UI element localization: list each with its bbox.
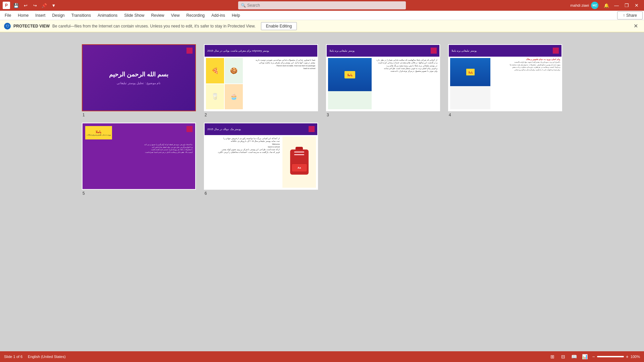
- menu-bar: File Home Insert Design Transitions Anim…: [0, 11, 644, 20]
- customize-quick-access-button[interactable]: ▼: [50, 1, 58, 9]
- slide-number-5: 5: [82, 191, 85, 196]
- status-bar: Slide 1 of 6 English (United States) ⊞ ⊟…: [0, 351, 644, 362]
- menu-home[interactable]: Home: [14, 12, 32, 19]
- slide-4-corner-mark: [553, 48, 559, 54]
- slide-thumbnail-3[interactable]: پوستر تبلیغاتی برند یاملا یاملا: [326, 44, 440, 111]
- pamla-logo-text: یاملا: [87, 130, 111, 134]
- reading-view-button[interactable]: 📖: [570, 353, 578, 361]
- slide-3-header-text: پوستر تبلیغاتی برند یاملا: [329, 49, 355, 52]
- menu-animations[interactable]: Animations: [94, 12, 121, 19]
- presenter-view-button[interactable]: 📊: [581, 353, 589, 361]
- pamla-logo-box: یاملا ورود به دنیای طعوس‌صریح و شکلات: [85, 126, 112, 139]
- slide-4-billboard: یاملا: [450, 58, 490, 86]
- zoom-slider[interactable]: [597, 356, 624, 357]
- search-input[interactable]: [247, 3, 403, 8]
- slide-item-3[interactable]: پوستر تبلیغاتی برند یاملا یاملا: [326, 44, 440, 117]
- pamla-logo-subtitle: ورود به دنیای طعوس‌صریح و شکلات: [87, 134, 111, 136]
- slide-sorter-button[interactable]: ⊟: [559, 353, 567, 361]
- slide-2-header-text: پوستر odyssey برای معرفی ماشت یونانی در …: [207, 49, 269, 52]
- title-bar: P 💾 ↩ ↪ 📌 ▼ 🔍 تحلیل پوستر تبلیغاتی [Prot…: [0, 0, 644, 11]
- slide-thumbnail-2[interactable]: پوستر odyssey برای معرفی ماشت یونانی در …: [204, 44, 318, 111]
- slide-2-content: پوستر odyssey برای معرفی ماشت یونانی در …: [205, 45, 317, 111]
- zoom-in-button[interactable]: +: [625, 354, 629, 359]
- shield-icon: 🛡: [4, 23, 11, 29]
- empty-slot-2: [448, 123, 562, 190]
- slide-3-content: پوستر تبلیغاتی برند یاملا یاملا: [327, 45, 439, 111]
- user-info: mahdi ziaei MZ: [570, 2, 598, 9]
- menu-file[interactable]: File: [1, 12, 14, 19]
- slide-2-cell-3: 🥛: [206, 84, 224, 110]
- slide-4-text: پیام اصلی: ورود به دنیای طعوس و هلاک با …: [492, 58, 560, 109]
- zoom-out-button[interactable]: −: [591, 354, 595, 359]
- slide-1-content: بسم الله الرحمن الرحيم نام موضوع : تحلیل…: [83, 45, 195, 111]
- slide-3-corner-mark: [431, 48, 437, 54]
- slide-thumbnail-5[interactable]: یاملا ورود به دنیای طعوس‌صریح و شکلات ما…: [82, 123, 196, 190]
- slide-thumbnail-1[interactable]: بسم الله الرحمن الرحيم نام موضوع : تحلیل…: [82, 44, 196, 111]
- app-icon: P: [3, 2, 10, 9]
- menu-recording[interactable]: Recording: [183, 12, 208, 19]
- slide-5-text: ما اعتقاد داریم هر میوه هر لحظه ای که آر…: [83, 142, 195, 155]
- slide-item-1[interactable]: بسم الله الرحمن الرحيم نام موضوع : تحلیل…: [82, 44, 196, 117]
- main-area: بسم الله الرحمن الرحيم نام موضوع : تحلیل…: [0, 32, 644, 351]
- menu-design[interactable]: Design: [49, 12, 68, 19]
- share-icon: ↑: [623, 13, 625, 18]
- slide-4-img-lower: [450, 86, 490, 109]
- pamla-billboard: یاملا: [328, 58, 372, 91]
- slide-5-logo-area: یاملا ورود به دنیای طعوس‌صریح و شکلات: [83, 123, 195, 142]
- language-label: English (United States): [28, 355, 66, 359]
- slide-3-body: یاملا از آنجایی که شرکت یاملا سالهاست که…: [327, 57, 439, 111]
- protected-view-close-button[interactable]: ✕: [632, 22, 640, 30]
- menu-transitions[interactable]: Transitions: [68, 12, 94, 19]
- empty-slot-1: [326, 123, 440, 190]
- menu-insert[interactable]: Insert: [32, 12, 49, 19]
- undo-button[interactable]: ↩: [21, 1, 30, 9]
- slide-2-body: 🍕 🍪 🥛 🧁 شما با تصاویر جذابی از محصولات غ…: [205, 57, 317, 111]
- slide-3-header: پوستر تبلیغاتی برند یاملا: [327, 45, 439, 57]
- slide-item-4[interactable]: پوستر تبلیغاتی برند یاملا یاملا: [448, 44, 562, 117]
- restore-button[interactable]: ❐: [622, 1, 631, 10]
- slide-number-6: 6: [204, 191, 207, 196]
- slide-2-text: شما با تصاویر جذابی از محصولات غذایی موا…: [244, 58, 316, 109]
- pin-button[interactable]: 📌: [40, 1, 48, 9]
- quick-access-toolbar: P 💾 ↩ ↪ 📌 ▼: [3, 1, 58, 9]
- backpack-shape: Aa: [290, 149, 309, 175]
- share-button[interactable]: ↑ Share: [617, 11, 643, 19]
- slide-number-4: 4: [448, 113, 451, 117]
- slide-item-2[interactable]: پوستر odyssey برای معرفی ماشت یونانی در …: [204, 44, 318, 117]
- normal-view-button[interactable]: ⊞: [548, 353, 556, 361]
- slide-item-6[interactable]: پوستر مک دونالد در سال 2015 از آنجا که ا…: [204, 123, 318, 196]
- user-avatar: MZ: [591, 2, 598, 9]
- slide-number-2: 2: [204, 113, 207, 117]
- slide-4-sign-text: یاملا: [468, 71, 473, 74]
- slide-4-header-text: پوستر تبلیغاتی برند یاملا: [451, 49, 477, 52]
- slide-number-1: 1: [82, 113, 85, 117]
- slide-6-header: پوستر مک دونالد در سال 2015: [205, 123, 317, 135]
- minimize-button[interactable]: —: [612, 1, 621, 10]
- enable-editing-button[interactable]: Enable Editing: [261, 22, 297, 30]
- menu-help[interactable]: Help: [228, 12, 244, 19]
- slide-thumbnail-4[interactable]: پوستر تبلیغاتی برند یاملا یاملا: [448, 44, 562, 111]
- slide-item-5[interactable]: یاملا ورود به دنیای طعوس‌صریح و شکلات ما…: [82, 123, 196, 196]
- slide-5-corner-mark: [186, 126, 193, 132]
- save-quick-button[interactable]: 💾: [12, 1, 20, 9]
- redo-button[interactable]: ↪: [31, 1, 39, 9]
- window-controls: mahdi ziaei MZ 🔔 — ❐ ✕: [570, 1, 641, 10]
- menu-view[interactable]: View: [168, 12, 183, 19]
- menu-slideshow[interactable]: Slide Show: [121, 12, 148, 19]
- slide-3-image: یاملا: [328, 58, 372, 109]
- protected-view-bar: 🛡 PROTECTED VIEW Be careful—files from t…: [0, 20, 644, 32]
- slide-4-red-title: پیام اصلی: ورود به دنیای طعوس و هلاک: [526, 58, 560, 60]
- slide-3-text: از آنجایی که شرکت یاملا سالهاست که سلامت…: [374, 58, 438, 109]
- slide-thumbnail-6[interactable]: پوستر مک دونالد در سال 2015 از آنجا که ا…: [204, 123, 318, 190]
- zoom-slider-fill: [597, 356, 624, 357]
- menu-review[interactable]: Review: [148, 12, 167, 19]
- slide-2-cell-4: 🧁: [225, 84, 243, 110]
- slide-2-cell-1: 🍕: [206, 58, 224, 83]
- close-button[interactable]: ✕: [632, 1, 641, 10]
- menu-addins[interactable]: Add-ins: [208, 12, 228, 19]
- slide-6-body: از آنجا که این کمپانی بزرگ دنیا توانسته …: [205, 135, 317, 189]
- status-view-controls: ⊞ ⊟ 📖 📊 − + 100%: [548, 353, 640, 361]
- notifications-button[interactable]: 🔔: [602, 1, 611, 10]
- zoom-level-label: 100%: [631, 355, 640, 359]
- pamla-sign-text: یاملا: [347, 73, 353, 77]
